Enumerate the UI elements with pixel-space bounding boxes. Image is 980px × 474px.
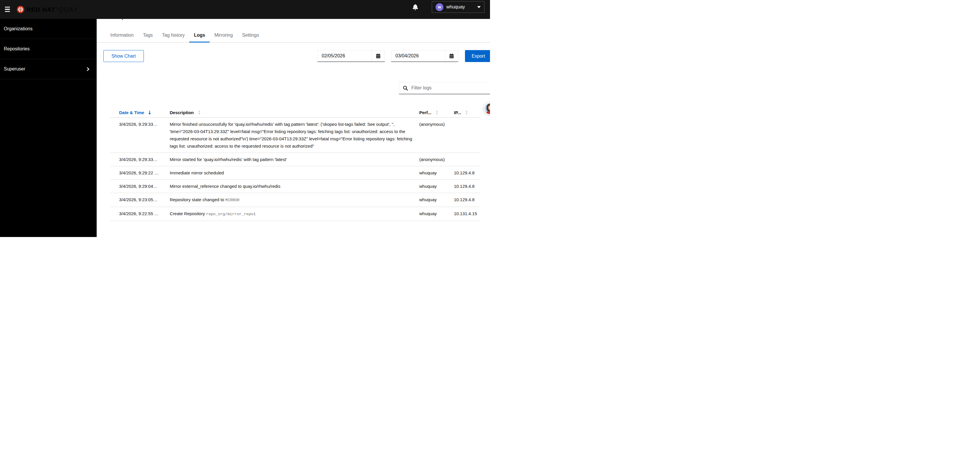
repo-tabs: InformationTagsTag historyLogsMirroringS… <box>106 28 264 43</box>
filter-logs-input[interactable] <box>411 85 490 91</box>
sidebar-nav: OrganizationsRepositoriesSuperuser <box>0 19 97 237</box>
chevron-right-icon <box>86 67 90 72</box>
clipped-title-artifact <box>122 19 123 20</box>
cell-datetime: 3/4/2026, 9:22:55 … <box>119 207 170 221</box>
code-text: MIRROR <box>225 198 240 202</box>
sidebar-item-organizations[interactable]: Organizations <box>0 19 97 39</box>
cell-ip: 10.129.4.8 <box>454 166 480 179</box>
cell-performed-by: whuquay <box>419 207 454 221</box>
user-avatar: w <box>436 3 444 11</box>
table-body: 3/4/2026, 9:29:33…Mirror finished unsucc… <box>110 118 480 221</box>
cell-description: Repository state changed to MIRROR <box>170 193 419 207</box>
tab-logs[interactable]: Logs <box>189 28 210 43</box>
filter-logs-box <box>399 82 490 94</box>
person-avatar-image <box>484 103 490 114</box>
column-header-perf[interactable]: Perf... <box>419 110 454 115</box>
column-label: Perf... <box>419 110 431 115</box>
cell-performed-by: whuquay <box>419 180 454 193</box>
date-from-calendar-button[interactable] <box>372 50 385 61</box>
quay-app: RED HAT ® QUAY w whuquay OrganizationsRe… <box>0 0 490 237</box>
cell-datetime: 3/4/2026, 9:29:22 … <box>119 166 170 179</box>
table-header-row: Date & TimeDescriptionPerf...IP... <box>110 108 480 118</box>
cell-description: Create Repository repo_org/mirror_repo1 <box>170 207 419 221</box>
cell-ip: 10.129.4.8 <box>454 180 480 193</box>
hamburger-menu-button[interactable] <box>3 4 13 14</box>
cell-datetime: 3/4/2026, 9:29:04… <box>119 180 170 193</box>
sidebar-item-label: Repositories <box>4 46 30 51</box>
cell-description: Mirror external_reference changed to qua… <box>170 180 419 193</box>
show-chart-button[interactable]: Show Chart <box>103 50 144 62</box>
table-row: 3/4/2026, 9:29:22 …Immediate mirror sche… <box>110 166 480 180</box>
sort-icon <box>465 110 468 115</box>
cell-ip: 10.131.4.15 <box>454 207 483 221</box>
date-to-calendar-button[interactable] <box>445 50 458 61</box>
sidebar-item-repositories[interactable]: Repositories <box>0 39 97 59</box>
chevron-down-icon <box>477 6 481 8</box>
tab-settings[interactable]: Settings <box>237 28 264 43</box>
username-label: whuquay <box>446 4 474 10</box>
cell-performed-by: (anonymous) <box>419 153 454 166</box>
table-row: 3/4/2026, 9:29:33…Mirror finished unsucc… <box>110 118 480 153</box>
date-to-input[interactable] <box>391 50 445 61</box>
tab-mirroring[interactable]: Mirroring <box>210 28 237 43</box>
notifications-bell-icon[interactable] <box>412 4 418 11</box>
sidebar-item-superuser[interactable]: Superuser <box>0 59 97 79</box>
sidebar-item-label: Superuser <box>4 67 25 72</box>
column-label: Date & Time <box>119 110 144 115</box>
code-text: repo_org/mirror_repo1 <box>206 212 256 216</box>
cell-performed-by: whuquay <box>419 193 454 207</box>
table-row: 3/4/2026, 9:29:04…Mirror external_refere… <box>110 180 480 193</box>
main-content: InformationTagsTag historyLogsMirroringS… <box>97 19 490 237</box>
brand-quay-text: QUAY <box>58 6 78 13</box>
cell-datetime: 3/4/2026, 9:23:05… <box>119 193 170 207</box>
cell-description: Mirror started for 'quay.io/rhwhu/redis'… <box>170 153 419 166</box>
brand-redhat-text: RED HAT <box>27 6 55 13</box>
top-bar: RED HAT ® QUAY w whuquay <box>0 0 490 19</box>
logs-table: Date & TimeDescriptionPerf...IP... 3/4/2… <box>110 108 480 221</box>
cell-performed-by: (anonymous) <box>419 118 454 153</box>
column-header-description[interactable]: Description <box>170 110 419 115</box>
cell-ip <box>454 153 480 166</box>
tab-tags[interactable]: Tags <box>138 28 158 43</box>
user-menu[interactable]: w whuquay <box>432 1 484 13</box>
export-button[interactable]: Export <box>465 50 490 62</box>
cell-ip <box>454 118 480 153</box>
table-row: 3/4/2026, 9:22:55 …Create Repository rep… <box>110 207 480 221</box>
tab-information[interactable]: Information <box>106 28 138 43</box>
cell-datetime: 3/4/2026, 9:29:33… <box>119 153 170 166</box>
quay-logo-icon <box>17 6 24 13</box>
sort-icon <box>198 110 200 115</box>
cell-performed-by: whuquay <box>419 166 454 179</box>
table-row: 3/4/2026, 9:29:33…Mirror started for 'qu… <box>110 153 480 166</box>
cell-description: Mirror finished unsuccessfully for 'quay… <box>170 118 419 153</box>
column-label: Description <box>170 110 194 115</box>
date-from-input[interactable] <box>318 50 372 61</box>
sort-descending-icon <box>148 110 151 115</box>
date-to-group <box>391 50 458 62</box>
brand-logo: RED HAT ® QUAY <box>17 0 78 19</box>
cell-ip: 10.129.4.8 <box>454 193 480 207</box>
cell-datetime: 3/4/2026, 9:29:33… <box>119 118 170 153</box>
floating-avatar-widget[interactable] <box>484 102 490 115</box>
date-from-group <box>317 50 385 62</box>
sidebar-item-label: Organizations <box>4 26 33 32</box>
brand-registered-mark: ® <box>56 7 57 9</box>
column-header-date-time[interactable]: Date & Time <box>119 110 170 115</box>
tab-tag-history[interactable]: Tag history <box>158 28 189 43</box>
sort-icon <box>436 110 438 115</box>
cell-description: Immediate mirror scheduled <box>170 166 419 179</box>
search-icon <box>403 86 408 91</box>
column-header-ip[interactable]: IP... <box>454 110 480 115</box>
table-row: 3/4/2026, 9:23:05…Repository state chang… <box>110 193 480 207</box>
column-label: IP... <box>454 110 461 115</box>
